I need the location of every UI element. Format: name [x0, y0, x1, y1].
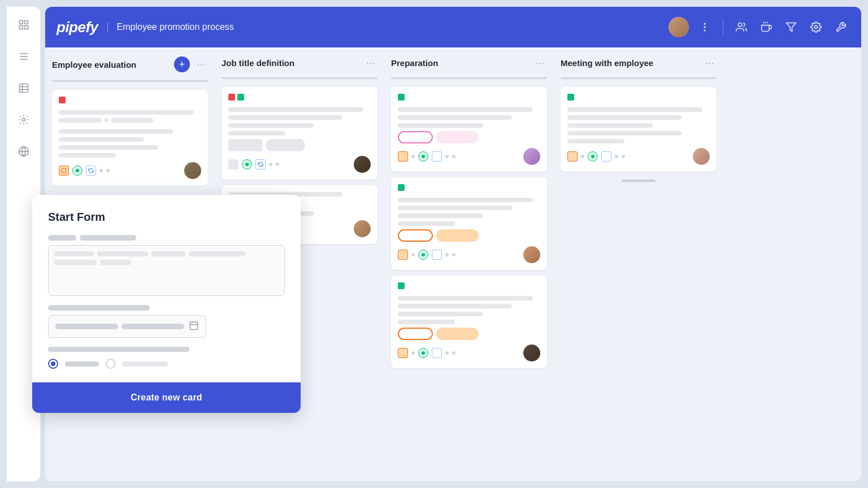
card-7-icons: [567, 151, 625, 162]
skel-dot: [104, 118, 108, 123]
card-6-badges: [398, 328, 540, 340]
card-5-badges: [398, 229, 540, 242]
svg-point-16: [704, 29, 705, 31]
tc-s6: [100, 260, 131, 265]
radio-active[interactable]: [48, 359, 58, 369]
card-icon-box6[interactable]: [398, 348, 408, 358]
badge-pink-fill: [436, 131, 479, 143]
skel: [59, 118, 102, 123]
radio-inactive[interactable]: [106, 359, 116, 369]
card-icon-c4[interactable]: [418, 151, 428, 162]
card-6-tags: [398, 282, 540, 293]
skel: [228, 107, 363, 112]
header-actions: [669, 17, 850, 37]
card-icon-box[interactable]: [59, 165, 69, 176]
card-icon-box2[interactable]: [228, 159, 238, 169]
card-icon-box4[interactable]: [398, 151, 408, 162]
badge-gray-2: [266, 139, 305, 151]
card-6-avatar: [523, 345, 540, 361]
column-menu-1[interactable]: ⋯: [194, 58, 208, 71]
column-menu-3[interactable]: ⋯: [533, 56, 547, 69]
user-avatar[interactable]: [669, 17, 689, 37]
card-5: [391, 177, 547, 270]
skel: [398, 304, 512, 308]
skel: [567, 123, 653, 128]
card-4-footer: [398, 148, 540, 165]
svg-marker-21: [787, 23, 796, 32]
sidebar-item-list[interactable]: [15, 47, 33, 66]
card-1-tags: [59, 97, 201, 107]
card-5-icons: [398, 250, 455, 260]
skel-dot-c5b: [445, 253, 449, 256]
column-preparation: Preparation ⋯: [384, 47, 554, 481]
share-icon[interactable]: [757, 18, 775, 36]
card-icon-sync[interactable]: [86, 165, 96, 176]
members-icon[interactable]: [732, 18, 750, 36]
start-form-modal[interactable]: Start Form: [32, 195, 301, 413]
field-label-skel-1a: [48, 235, 76, 241]
skel-dot-c4b: [445, 155, 449, 158]
app-logo: pipefy: [57, 19, 98, 36]
card-icon-sync4[interactable]: [432, 151, 442, 162]
skel-dot-c7b: [615, 155, 618, 158]
card-4-avatar: [523, 148, 540, 165]
sidebar-item-global[interactable]: [15, 142, 33, 160]
card-icon-box7[interactable]: [567, 151, 578, 162]
column-menu-4[interactable]: ⋯: [703, 56, 717, 69]
radio-row: [48, 359, 285, 369]
column-menu-2[interactable]: ⋯: [364, 56, 377, 69]
card-5-avatar: [523, 246, 540, 263]
card-icon-c7[interactable]: [588, 151, 598, 162]
skel-dot-c7c: [622, 155, 625, 158]
add-card-btn-1[interactable]: +: [174, 56, 190, 72]
card-icon-box5[interactable]: [398, 250, 408, 260]
svg-point-15: [704, 26, 705, 28]
card-6-footer: [398, 345, 540, 361]
column-header-3: Preparation ⋯: [391, 56, 547, 69]
card-icon-sync5[interactable]: [432, 250, 442, 260]
tag-red: [59, 97, 66, 103]
card-4-badges: [398, 131, 540, 143]
card-icon-c6[interactable]: [418, 348, 428, 358]
column-bar-2: [222, 77, 377, 79]
skel: [398, 296, 533, 300]
skel-dot-c5: [411, 253, 415, 256]
sidebar-item-table[interactable]: [15, 79, 33, 97]
skel: [398, 115, 512, 120]
tc-s5: [54, 260, 97, 265]
skel: [398, 206, 512, 210]
svg-rect-3: [19, 26, 23, 29]
sidebar-item-grid[interactable]: [15, 16, 33, 34]
tag-green4: [398, 94, 405, 101]
card-icon-c5[interactable]: [418, 250, 428, 260]
card-icon-sync7[interactable]: [601, 151, 611, 162]
skel-dot-c5c: [452, 253, 455, 256]
card-2-icons: [228, 159, 279, 169]
card-icon-circle[interactable]: [72, 165, 83, 176]
badge-orange-fill2: [436, 328, 479, 340]
card-icon-sync2[interactable]: [255, 159, 266, 169]
sidebar-item-automation[interactable]: [15, 111, 33, 129]
create-new-card-button[interactable]: Create new card: [32, 382, 301, 413]
settings-icon[interactable]: [807, 18, 825, 36]
card-7-footer: [567, 148, 710, 165]
tag-red2: [228, 94, 235, 101]
filter-icon[interactable]: [782, 18, 800, 36]
form-textarea[interactable]: [48, 245, 285, 296]
card-4: [391, 87, 547, 172]
tools-icon[interactable]: [832, 18, 850, 36]
card-icon-sync6[interactable]: [432, 348, 442, 358]
skel-dot-c4: [411, 155, 415, 158]
app-header: pipefy Employee promotion process: [45, 7, 861, 47]
calendar-icon[interactable]: [189, 320, 199, 333]
card-icon-c2[interactable]: [242, 159, 252, 169]
svg-rect-7: [19, 84, 28, 93]
field-label-skel-1b: [80, 235, 136, 241]
date-input[interactable]: [48, 315, 206, 338]
skel: [398, 320, 455, 324]
radio-label-1: [65, 361, 99, 367]
more-menu-icon[interactable]: [696, 18, 714, 36]
skel-dot-c2b: [276, 163, 279, 166]
card-2-badges: [228, 139, 371, 151]
skel: [59, 137, 144, 142]
